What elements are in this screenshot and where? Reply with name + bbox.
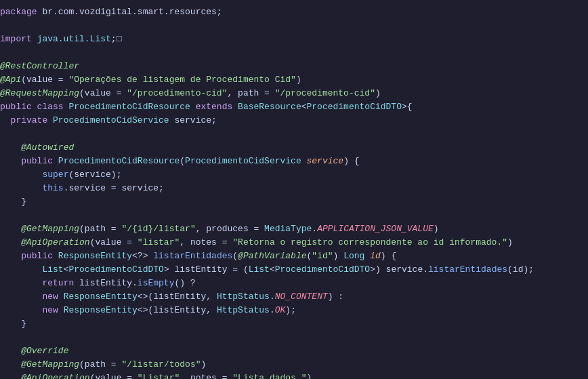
token-plain: )	[375, 88, 381, 98]
token-plain: >{	[402, 102, 413, 112]
line: this.service = service;	[0, 182, 588, 195]
token-param: service	[307, 156, 344, 166]
token-plain: <>(listEntity,	[138, 305, 217, 315]
line: private ProcedimentoCidService service;	[0, 114, 588, 127]
token-class-name: ProcedimentoCidDTO	[68, 264, 163, 275]
token-method: listarEntidades	[428, 264, 507, 275]
token-kw: return	[42, 278, 79, 288]
token-string: "Retorna o registro correspondente ao id…	[232, 237, 507, 247]
token-annotation: @GetMapping	[21, 359, 79, 370]
token-plain: )	[434, 224, 439, 234]
line: package br.com.vozdigital.smart.resource…	[0, 5, 588, 19]
token-kw2: this	[42, 183, 63, 193]
token-plain: (	[180, 156, 185, 166]
token-string: "/procedimento-cid"	[275, 88, 375, 98]
token-plain	[0, 264, 42, 275]
token-class-name: java.util.List	[37, 34, 111, 44]
token-string: "/procedimento-cid"	[127, 88, 227, 98]
token-plain: > listEntity = (	[164, 264, 249, 275]
token-plain: (value =	[79, 88, 127, 98]
line-content: @GetMapping(path = "/listar/todos")	[0, 358, 588, 372]
token-annotation: @Api	[0, 75, 21, 85]
token-string: "/listar/todos"	[121, 359, 201, 370]
token-plain: (path =	[79, 224, 121, 234]
token-plain: (	[232, 251, 238, 261]
token-plain: )	[307, 373, 312, 379]
token-method: isEmpty	[138, 278, 175, 288]
token-annotation: @Override	[21, 346, 68, 356]
token-string: "Lista dados."	[232, 373, 306, 379]
token-class-name: ProcedimentoCidService	[53, 115, 174, 125]
line: new ResponseEntity<>(listEntity, HttpSta…	[0, 304, 588, 317]
line: }	[0, 195, 588, 209]
line: super(service);	[0, 168, 588, 182]
token-kw2: super	[42, 169, 68, 180]
token-plain	[0, 305, 42, 315]
line-content: new ResponseEntity<>(listEntity, HttpSta…	[0, 290, 588, 304]
token-method: listarEntidades	[153, 251, 232, 261]
token-plain	[0, 224, 21, 234]
line-content: @RequestMapping(value = "/procedimento-c…	[0, 87, 588, 100]
token-class-name: ProcedimentoCidDTO	[275, 264, 370, 275]
line-content: package br.com.vozdigital.smart.resource…	[0, 5, 588, 19]
token-plain: (value =	[21, 75, 68, 85]
token-plain	[0, 115, 11, 125]
token-plain	[0, 346, 21, 356]
line: @RequestMapping(value = "/procedimento-c…	[0, 87, 588, 100]
token-string: "Listar"	[138, 373, 180, 379]
token-annotation: @RestController	[0, 61, 79, 71]
line	[0, 19, 588, 33]
line: @GetMapping(path = "/{id}/listar", produ…	[0, 222, 588, 236]
token-plain	[0, 156, 21, 166]
token-plain: <>(listEntity,	[138, 292, 217, 302]
token-plain	[0, 251, 21, 261]
line	[0, 209, 588, 222]
token-class-name: ResponseEntity	[64, 292, 138, 302]
line: }	[0, 317, 588, 331]
token-class-name: List	[249, 264, 270, 275]
token-class-name: ProcedimentoCidDTO	[307, 102, 402, 112]
token-plain: )	[296, 75, 301, 85]
token-plain: (value =	[90, 237, 138, 247]
line: @Autowired	[0, 141, 588, 155]
line-content: return listEntity.isEmpty() ?	[0, 277, 588, 290]
line-content: private ProcedimentoCidService service;	[0, 114, 588, 127]
line: List<ProcedimentoCidDTO> listEntity = (L…	[0, 263, 588, 277]
line-content: @ApiOperation(value = "Listar", notes = …	[0, 372, 588, 379]
token-param: id	[370, 251, 381, 261]
token-kw: new	[42, 292, 63, 302]
line-content: }	[0, 195, 588, 209]
line-content: @Api(value = "Operações de listagem de P…	[0, 73, 588, 87]
token-class-name: ResponseEntity	[58, 251, 132, 261]
line-content: this.service = service;	[0, 182, 588, 195]
token-plain: <?>	[132, 251, 153, 261]
token-plain: , path =	[227, 88, 274, 98]
line-content: @ApiOperation(value = "listar", notes = …	[0, 236, 588, 250]
line-content	[0, 46, 588, 60]
token-class-name: List	[42, 264, 63, 275]
token-class-name: ResponseEntity	[64, 305, 138, 315]
token-annotation: @PathVariable	[238, 251, 306, 261]
token-plain: (value =	[90, 373, 138, 379]
token-plain: listEntity.	[79, 278, 138, 288]
token-plain: ;	[211, 115, 217, 125]
token-plain: )	[201, 359, 207, 370]
token-class-name: MediaType	[264, 224, 312, 234]
token-plain	[0, 142, 21, 153]
line-content: public ResponseEntity<?> listarEntidades…	[0, 250, 588, 263]
line-content	[0, 331, 588, 344]
line-content	[0, 19, 588, 33]
token-class-name: HttpStatus	[217, 305, 270, 315]
line-content: List<ProcedimentoCidDTO> listEntity = (L…	[0, 263, 588, 277]
token-kw: class	[37, 102, 69, 112]
token-package-kw: package	[0, 7, 42, 17]
line	[0, 127, 588, 141]
token-kw: extends	[196, 102, 238, 112]
token-plain: .service = service;	[64, 183, 164, 193]
token-plain	[0, 292, 42, 302]
line	[0, 331, 588, 344]
token-string: "listar"	[138, 237, 180, 247]
token-class-name: BaseResource	[238, 102, 301, 112]
token-plain	[0, 278, 42, 288]
token-plain: , produces =	[196, 224, 264, 234]
